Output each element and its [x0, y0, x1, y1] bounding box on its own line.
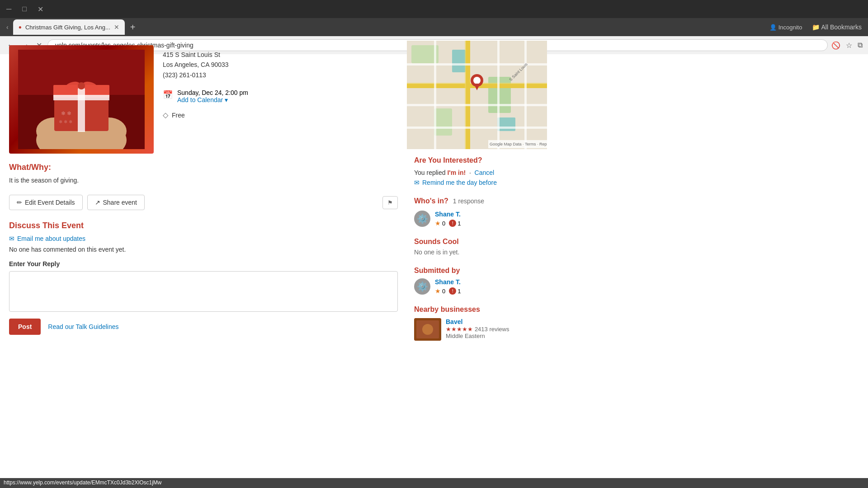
flag-icon: ⚑: [387, 199, 393, 206]
what-why-title: What/Why:: [9, 163, 398, 172]
submitted-user-avatar: ⚙️: [414, 278, 430, 295]
action-buttons: ✏ Edit Event Details ↗ Share event ⚑: [9, 195, 398, 210]
svg-rect-18: [452, 50, 466, 72]
bookmarks-btn[interactable]: 📁 All Bookmarks: [809, 22, 864, 33]
dropdown-arrow-icon: ▾: [225, 96, 228, 103]
email-icon: ✉: [9, 235, 14, 242]
status-url: https://www.yelp.com/events/update/EMmcT…: [4, 479, 161, 486]
whos-in-section: Who's in? 1 response ⚙️ Shane T. ★ 0: [414, 197, 540, 227]
user1-avatar: ⚙️: [414, 211, 430, 227]
submitted-user-item: ⚙️ Shane T. ★ 0 ! 1: [414, 278, 540, 295]
svg-point-11: [78, 82, 85, 89]
svg-rect-8: [78, 85, 85, 132]
user1-stars-badge: ★ 0: [435, 220, 445, 227]
reply-label: Enter Your Reply: [9, 260, 398, 267]
svg-rect-23: [465, 41, 466, 149]
submitted-user-info: Shane T. ★ 0 ! 1: [435, 278, 461, 295]
sidebar: Are You Interested? You replied I'm in! …: [407, 149, 547, 359]
map-svg: S Saint Louis Google Map Data · Terms · …: [407, 41, 547, 149]
cancel-link[interactable]: Cancel: [475, 169, 495, 176]
window-control-minimize[interactable]: ─: [4, 3, 14, 15]
tab-favicon: ●: [19, 24, 22, 30]
map-container[interactable]: S Saint Louis Google Map Data · Terms · …: [407, 41, 547, 149]
sounds-cool-section: Sounds Cool No one is in yet.: [414, 238, 540, 256]
status-bar: https://www.yelp.com/events/update/EMmcT…: [0, 478, 868, 488]
calendar-icon: 📅: [163, 90, 173, 100]
star-icon: ★: [435, 287, 441, 295]
svg-text:Google Map Data · Terms · Repo: Google Map Data · Terms · Report a map e…: [490, 142, 547, 146]
gift-svg: ❄ ❄ ❄ ❄ ❄: [18, 50, 145, 149]
svg-rect-27: [434, 41, 436, 149]
remind-me-link[interactable]: ✉ Remind me the day before: [414, 179, 540, 186]
whos-in-title: Who's in?: [414, 197, 448, 205]
nav-icons: 🚫 ☆ ⧉: [831, 41, 863, 50]
event-free: ◇ Free: [163, 111, 398, 119]
share-icon: ↗: [95, 199, 100, 206]
nearby-stars: ★★★★★ 2413 reviews: [446, 325, 509, 333]
reviews-icon: !: [449, 287, 456, 295]
svg-point-38: [422, 324, 433, 335]
tab-title: Christmas Gift Giving, Los Ang...: [25, 24, 110, 31]
svg-rect-29: [524, 41, 527, 149]
post-button[interactable]: Post: [9, 319, 41, 335]
user1-info: Shane T. ★ 0 ! 1: [435, 211, 461, 227]
nearby-name[interactable]: Bavel: [446, 318, 509, 325]
new-tab-btn[interactable]: +: [127, 22, 139, 33]
flag-button[interactable]: ⚑: [382, 196, 398, 209]
svg-text:❄ ❄: ❄ ❄: [61, 110, 71, 117]
main-content: ❄ ❄ ❄ ❄ ❄ 415 S Saint Louis St Los Angel…: [0, 41, 407, 488]
response-count: 1 response: [453, 197, 484, 205]
star-icon: ★: [435, 220, 441, 227]
event-top: ❄ ❄ ❄ ❄ ❄ 415 S Saint Louis St Los Angel…: [9, 41, 398, 154]
svg-text:❄  ❄  ❄: ❄ ❄ ❄: [59, 119, 72, 124]
right-column: S Saint Louis Google Map Data · Terms · …: [407, 41, 547, 488]
edit-event-button[interactable]: ✏ Edit Event Details: [9, 195, 83, 210]
window-control-close[interactable]: ✕: [35, 3, 46, 15]
are-you-interested-title: Are You Interested?: [414, 156, 540, 164]
page-content: ❄ ❄ ❄ ❄ ❄ 415 S Saint Louis St Los Angel…: [0, 41, 868, 488]
window-control-maximize[interactable]: □: [19, 3, 29, 15]
stars-icon: ★★★★★: [446, 326, 473, 333]
diamond-icon: ◇: [163, 111, 168, 119]
tab-close-btn[interactable]: ✕: [114, 23, 119, 31]
submitted-user-name[interactable]: Shane T.: [435, 278, 461, 286]
reviews-icon: !: [449, 220, 456, 227]
discuss-section: Discuss This Event ✉ Email me about upda…: [9, 221, 398, 335]
nearby-image: [414, 318, 441, 341]
add-calendar-label: Add to Calendar: [177, 96, 223, 103]
user-item: ⚙️ Shane T. ★ 0 ! 1: [414, 211, 540, 227]
submitted-by-title: Submitted by: [414, 267, 540, 275]
submitted-reviews-badge: ! 1: [449, 287, 461, 295]
svg-rect-28: [497, 41, 500, 149]
event-datetime: 📅 Sunday, Dec 24, 2:00 pm Add to Calenda…: [163, 89, 398, 103]
no-comments-text: No one has commented on this event yet.: [9, 246, 398, 253]
nearby-title: Nearby businesses: [414, 305, 540, 314]
email-updates-link[interactable]: ✉ Email me about updates: [9, 235, 398, 242]
discuss-title: Discuss This Event: [9, 221, 398, 230]
are-you-interested-section: Are You Interested? You replied I'm in! …: [414, 156, 540, 186]
bookmark-icon[interactable]: ☆: [846, 41, 852, 50]
share-event-button[interactable]: ↗ Share event: [87, 195, 145, 210]
sounds-cool-title: Sounds Cool: [414, 238, 540, 246]
svg-rect-19: [497, 117, 515, 131]
eye-off-icon: 🚫: [831, 41, 840, 50]
nearby-info: Bavel ★★★★★ 2413 reviews Middle Eastern: [446, 318, 509, 341]
user1-name[interactable]: Shane T.: [435, 211, 461, 218]
nearby-cuisine: Middle Eastern: [446, 333, 509, 339]
talk-guidelines-link[interactable]: Read our Talk Guidelines: [48, 323, 118, 330]
svg-rect-17: [434, 108, 452, 136]
event-address: 415 S Saint Louis St Los Angeles, CA 900…: [163, 50, 398, 80]
event-description: It is the season of giving.: [9, 177, 398, 184]
event-date-text: Sunday, Dec 24, 2:00 pm: [177, 89, 248, 96]
active-tab[interactable]: ● Christmas Gift Giving, Los Ang... ✕: [13, 19, 125, 35]
what-why-section: What/Why: It is the season of giving.: [9, 163, 398, 184]
reply-textarea[interactable]: [9, 271, 398, 312]
add-to-calendar-link[interactable]: Add to Calendar ▾: [177, 96, 248, 103]
user1-badges: ★ 0 ! 1: [435, 220, 461, 227]
tab-back-nav[interactable]: ‹: [4, 22, 11, 33]
nearby-section: Nearby businesses Bavel ★★★★★ 2413: [414, 305, 540, 341]
sidebar-toggle-icon[interactable]: ⧉: [858, 41, 863, 50]
title-bar: ─ □ ✕: [0, 0, 868, 18]
submitted-stars-badge: ★ 0: [435, 287, 445, 295]
tab-bar: ‹ ● Christmas Gift Giving, Los Ang... ✕ …: [0, 18, 868, 36]
